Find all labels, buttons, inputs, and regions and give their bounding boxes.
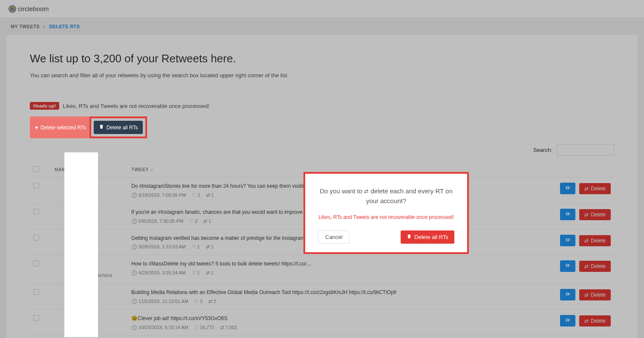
heads-up-row: Heads up! Likes, RTs and Tweets are not …: [30, 102, 614, 110]
eye-icon: [565, 211, 570, 216]
delete-label: Delete: [591, 186, 606, 192]
clock-icon: 🕐 10/23/2018, 5:10:14 AM: [131, 325, 188, 330]
highlight-modal: Do you want to ⇄ delete each and every R…: [303, 172, 469, 254]
breadcrumb-level2[interactable]: DELETE RTS: [49, 24, 80, 29]
redaction-block: [64, 152, 98, 337]
eye-icon: [565, 237, 570, 242]
likes-count: ♡ 2: [189, 219, 197, 224]
clock-icon: 🕐 4/29/2019, 3:25:34 AM: [131, 270, 186, 276]
retweet-icon: ⇄: [584, 212, 589, 218]
table-row: orenz OnStage 📍 am, Nederland How to #Ma…: [30, 255, 614, 284]
cancel-button[interactable]: Cancel: [318, 230, 349, 244]
view-button[interactable]: [560, 209, 575, 220]
eye-icon: [565, 263, 570, 268]
clock-icon: 🕐 5/8/2019, 7:00:05 PM: [131, 219, 183, 224]
page-subtitle: You can search and filter all of your re…: [30, 72, 614, 79]
confirm-delete-all-button[interactable]: Delete all RTs: [401, 230, 454, 244]
delete-button[interactable]: ⇄ Delete: [579, 183, 611, 194]
delete-button[interactable]: ⇄ Delete: [579, 209, 611, 220]
row-checkbox[interactable]: [33, 260, 39, 266]
retweet-icon: ⇄: [584, 292, 589, 298]
logo-icon: [9, 5, 16, 13]
delete-label: Delete: [591, 212, 606, 218]
table-row: ia dia Building Media Relations with an …: [30, 284, 614, 310]
heads-up-badge: Heads up!: [30, 102, 59, 110]
tweet-meta: 🕐 10/23/2018, 5:10:14 AM ♡ 16,772 ⇄ 7,00…: [131, 325, 551, 330]
retweets-count: ⇄ 1: [206, 244, 214, 250]
delete-label: Delete: [591, 238, 606, 244]
search-label: Search:: [533, 147, 552, 153]
search-input[interactable]: [557, 144, 614, 156]
modal-title: Do you want to ⇄ delete each and every R…: [318, 186, 454, 206]
tweet-text: Building Media Relations with an Effecti…: [131, 289, 551, 296]
brand-name: circleboom: [18, 5, 49, 12]
delete-all-label: Delete all RTs: [107, 125, 138, 131]
highlight-delete-all: Delete all RTs: [90, 117, 147, 138]
delete-button[interactable]: ⇄ Delete: [579, 261, 611, 272]
eye-icon: [565, 291, 570, 297]
delete-button[interactable]: ⇄ Delete: [579, 235, 611, 246]
tweet-meta: 🕐 4/29/2019, 3:25:34 AM ♡ 1 ⇄ 1: [131, 270, 551, 276]
retweets-count: ⇄ 1: [206, 192, 214, 198]
view-button[interactable]: [560, 260, 575, 272]
table-row: a 📍 MA 😉Clever job ad! https://t.co/xVY5…: [30, 310, 614, 336]
clock-icon: 🕐 6/19/2019, 7:00:05 PM: [131, 192, 186, 198]
retweet-icon: ⇄: [584, 318, 589, 324]
heart-icon: ♥: [35, 125, 38, 131]
view-button[interactable]: [560, 315, 575, 326]
retweet-icon: ⇄: [584, 238, 589, 244]
select-all-checkbox[interactable]: [33, 166, 39, 172]
heads-up-text: Likes, RTs and Tweets are not recoverabl…: [63, 103, 209, 109]
retweet-icon: ⇄: [584, 186, 589, 192]
delete-selected-label: Delete selected RTs: [40, 125, 86, 131]
row-checkbox[interactable]: [33, 315, 39, 321]
delete-button[interactable]: ⇄ Delete: [579, 315, 611, 326]
tweet-text: 😉Clever job ad! https://t.co/xVY53GvO6S: [131, 315, 551, 322]
clock-icon: 🕐 11/5/2018, 11:13:01 AM: [131, 299, 188, 304]
retweet-icon: ⇄: [364, 188, 369, 195]
delete-label: Delete: [591, 318, 606, 324]
likes-count: ♡ 1: [192, 244, 200, 250]
retweets-count: ⇄ 1: [203, 219, 211, 224]
delete-label: Delete: [591, 292, 606, 298]
row-checkbox[interactable]: [33, 209, 39, 215]
delete-button[interactable]: ⇄ Delete: [579, 289, 611, 300]
search-row: Search:: [30, 144, 614, 156]
modal-actions: Cancel Delete all RTs: [318, 230, 454, 244]
sort-icon: ◇: [150, 168, 153, 172]
tweet-text: How to #MassDelete my old tweets? 5 tool…: [131, 260, 551, 268]
view-button[interactable]: [560, 235, 575, 246]
row-checkbox[interactable]: [33, 235, 39, 241]
retweets-count: ⇄ 1: [206, 270, 214, 276]
likes-count: ♡ 3: [194, 299, 202, 304]
breadcrumb-level1[interactable]: MY TWEETS: [11, 24, 40, 29]
eye-icon: [565, 318, 570, 323]
eye-icon: [565, 185, 570, 190]
page-title: We list up to 3,200 of your Retweets her…: [30, 52, 614, 65]
retweets-count: ⇄ 7,002: [220, 325, 237, 330]
confirm-modal: Do you want to ⇄ delete each and every R…: [305, 174, 467, 252]
confirm-label: Delete all RTs: [414, 234, 448, 240]
retweets-count: ⇄ 2: [208, 299, 216, 304]
delete-selected-button[interactable]: ♥ Delete selected RTs: [30, 117, 91, 138]
trash-icon: [99, 124, 104, 131]
likes-count: ♡ 16,772: [194, 325, 214, 330]
view-button[interactable]: [560, 183, 575, 194]
breadcrumb-separator: ›: [43, 24, 45, 29]
app-header: circleboom: [0, 0, 644, 18]
row-checkbox[interactable]: [33, 183, 39, 189]
likes-count: ♡ 1: [192, 270, 200, 276]
likes-count: ♡ 2: [192, 192, 200, 198]
delete-label: Delete: [591, 263, 606, 269]
action-button-row: ♥ Delete selected RTs Delete all RTs: [30, 117, 614, 138]
delete-all-button[interactable]: Delete all RTs: [94, 121, 143, 134]
trash-icon: [407, 234, 412, 240]
view-button[interactable]: [560, 289, 575, 300]
row-checkbox[interactable]: [33, 289, 39, 295]
clock-icon: 🕐 3/28/2019, 1:15:03 AM: [131, 244, 186, 250]
modal-warning: Likes, RTs and Tweets are not recoverabl…: [318, 214, 454, 220]
brand-logo[interactable]: circleboom: [9, 5, 49, 13]
table-row: arra varra 📍 Cardiff, Wales Facebook Int…: [30, 335, 614, 338]
tweet-meta: 🕐 11/5/2018, 11:13:01 AM ♡ 3 ⇄ 2: [131, 299, 551, 304]
retweet-icon: ⇄: [584, 263, 589, 269]
